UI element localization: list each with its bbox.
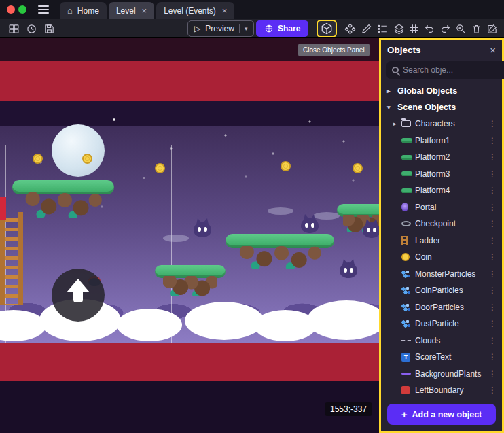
monster-sprite <box>340 262 357 278</box>
clock-icon <box>26 23 37 35</box>
monster-sprite <box>194 222 211 237</box>
platform-sprite <box>12 180 114 218</box>
properties-list-icon <box>377 23 389 35</box>
object-groups-button[interactable] <box>342 20 358 37</box>
object-menu-icon[interactable]: ⋮ <box>486 169 499 179</box>
object-menu-icon[interactable]: ⋮ <box>486 252 499 262</box>
cloud-sprite <box>254 310 317 341</box>
platform-sprite <box>226 234 334 269</box>
edit-object-button[interactable] <box>358 20 374 37</box>
object-row[interactable]: Platform3 ⋮ <box>381 166 502 183</box>
object-row[interactable]: ▸ Characters ⋮ <box>381 116 502 133</box>
save-button[interactable] <box>41 20 57 37</box>
object-row[interactable]: Coin ⋮ <box>381 249 502 266</box>
object-row[interactable]: MonsterParticles ⋮ <box>381 266 502 283</box>
window-close-button[interactable] <box>7 5 15 14</box>
object-row[interactable]: CoinParticles ⋮ <box>381 282 502 299</box>
object-row[interactable]: Clouds ⋮ <box>381 332 502 349</box>
tab-home[interactable]: ⌂ Home <box>60 2 107 19</box>
close-tab-icon[interactable]: × <box>222 6 228 15</box>
zoom-in-icon <box>455 23 467 35</box>
object-row[interactable]: Checkpoint ⋮ <box>381 215 502 232</box>
delete-button[interactable] <box>468 20 484 37</box>
coin-sprite <box>82 154 92 164</box>
tab-level[interactable]: Level × <box>109 2 154 19</box>
object-menu-icon[interactable]: ⋮ <box>486 269 499 279</box>
object-label: ScoreText <box>415 352 486 362</box>
object-menu-icon[interactable]: ⋮ <box>486 203 499 212</box>
cloud-sprite-small <box>163 235 189 242</box>
object-row[interactable]: Platform4 ⋮ <box>381 182 502 199</box>
tooltip: Close Objects Panel <box>298 44 370 56</box>
globe-icon <box>264 24 274 33</box>
close-panel-icon[interactable]: × <box>490 45 496 55</box>
properties-button[interactable] <box>374 20 391 37</box>
toggle-objects-panel-button[interactable] <box>317 20 337 37</box>
object-row[interactable]: DustParticle ⋮ <box>381 315 502 332</box>
object-menu-icon[interactable]: ⋮ <box>486 352 499 362</box>
object-icon <box>401 253 415 261</box>
object-label: CoinParticles <box>415 285 486 295</box>
object-icon <box>401 203 415 211</box>
object-menu-icon[interactable]: ⋮ <box>486 152 499 162</box>
layers-icon <box>393 23 405 35</box>
project-manager-button[interactable] <box>5 20 22 37</box>
object-row[interactable]: Portal ⋮ <box>381 199 502 216</box>
share-button[interactable]: Share <box>256 20 308 37</box>
edit-scene-button[interactable] <box>484 20 500 37</box>
section-label: Scene Objects <box>397 103 456 112</box>
object-menu-icon[interactable]: ⋮ <box>486 302 499 312</box>
edit-square-icon <box>486 23 498 35</box>
object-icon <box>401 155 415 160</box>
object-label: Characters <box>415 119 486 128</box>
scene-objects-section[interactable]: ▾ Scene Objects <box>381 99 502 116</box>
object-row[interactable]: Platform1 ⋮ <box>381 133 502 150</box>
object-icon <box>401 138 415 143</box>
object-menu-icon[interactable]: ⋮ <box>486 336 499 345</box>
search-input[interactable] <box>403 65 504 75</box>
object-menu-icon[interactable]: ⋮ <box>486 119 499 128</box>
object-icon <box>401 319 415 328</box>
object-menu-icon[interactable]: ⋮ <box>486 236 499 245</box>
search-box[interactable] <box>386 61 504 79</box>
coin-sprite <box>281 161 291 171</box>
object-row[interactable]: ScoreText ⋮ <box>381 349 502 366</box>
add-object-button[interactable]: + Add a new object <box>387 404 496 425</box>
undo-icon <box>424 23 435 35</box>
tab-level-events[interactable]: Level (Events) × <box>156 2 234 19</box>
object-row[interactable]: LeftBoundary ⋮ <box>381 382 502 399</box>
history-button[interactable] <box>23 20 39 37</box>
global-objects-section[interactable]: ▸ Global Objects <box>381 83 502 99</box>
window-zoom-button[interactable] <box>18 5 26 14</box>
cloud-sprite <box>307 300 386 340</box>
object-menu-icon[interactable]: ⋮ <box>486 136 499 145</box>
objects-cube-icon <box>321 22 333 35</box>
object-label: LeftBoundary <box>415 385 486 395</box>
object-icon <box>401 340 415 341</box>
grid-button[interactable] <box>406 20 422 37</box>
object-menu-icon[interactable]: ⋮ <box>486 285 499 295</box>
object-menu-icon[interactable]: ⋮ <box>486 385 499 395</box>
zoom-button[interactable] <box>452 20 469 37</box>
object-label: Ladder <box>415 236 486 245</box>
object-row[interactable]: DoorParticles ⋮ <box>381 299 502 316</box>
undo-button[interactable] <box>421 20 437 37</box>
preview-button[interactable]: ▷ Preview ▾ <box>187 20 254 37</box>
close-tab-icon[interactable]: × <box>142 6 147 15</box>
object-row[interactable]: Platform2 ⋮ <box>381 149 502 166</box>
pencil-icon <box>361 23 372 35</box>
objects-tree: ▸ Global Objects ▾ Scene Objects ▸ Chara… <box>381 83 502 399</box>
object-menu-icon[interactable]: ⋮ <box>486 369 499 379</box>
object-row[interactable]: Ladder ⋮ <box>381 232 502 249</box>
object-label: MonsterParticles <box>415 269 486 279</box>
object-menu-icon[interactable]: ⋮ <box>486 219 499 228</box>
object-icon <box>401 373 415 375</box>
object-icon <box>401 120 415 127</box>
menu-icon[interactable] <box>38 5 49 14</box>
layers-button[interactable] <box>391 20 407 37</box>
object-menu-icon[interactable]: ⋮ <box>486 186 499 195</box>
object-menu-icon[interactable]: ⋮ <box>486 319 499 328</box>
coin-sprite <box>33 154 43 164</box>
object-row[interactable]: BackgroundPlants ⋮ <box>381 366 502 383</box>
redo-button[interactable] <box>437 20 453 37</box>
